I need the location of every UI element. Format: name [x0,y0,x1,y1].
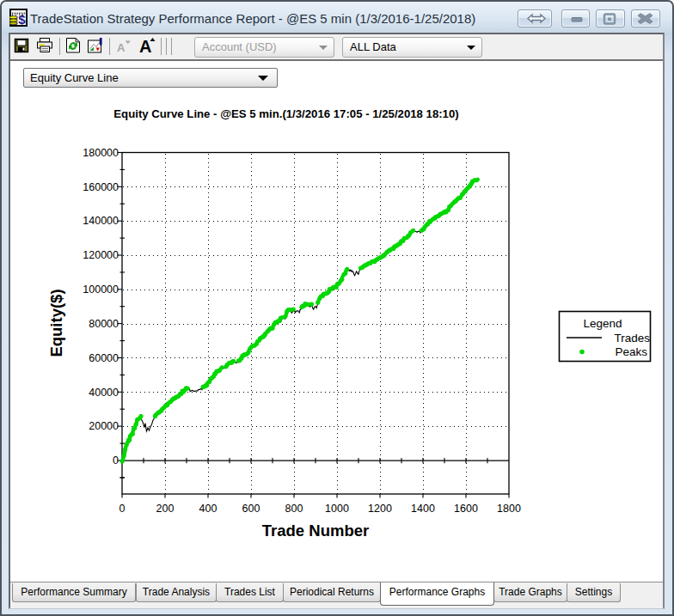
svg-text:Equity Curve Line - @ES 5 min.: Equity Curve Line - @ES 5 min.(1/3/2016 … [113,107,458,120]
svg-text:400: 400 [199,503,218,515]
svg-text:1600: 1600 [454,503,478,515]
svg-text:200: 200 [156,503,175,515]
svg-text:Trade Number: Trade Number [262,521,369,540]
svg-text:120000: 120000 [83,249,119,261]
svg-text:80000: 80000 [89,318,119,330]
svg-text:Legend: Legend [583,317,622,330]
svg-text:0: 0 [119,503,126,515]
svg-text:100000: 100000 [83,284,119,296]
svg-text:40000: 40000 [89,387,119,399]
svg-text:Peaks: Peaks [615,345,647,358]
svg-text:Trades: Trades [614,332,650,345]
svg-text:600: 600 [242,503,260,515]
svg-text:0: 0 [113,454,119,467]
svg-text:$: $ [18,12,26,27]
svg-text:1200: 1200 [368,503,392,515]
svg-text:160000: 160000 [83,181,119,193]
svg-text:A: A [117,41,126,54]
svg-text:60000: 60000 [89,352,119,364]
svg-text:1000: 1000 [325,503,349,515]
svg-text:140000: 140000 [83,215,119,227]
svg-text:1400: 1400 [411,503,435,515]
svg-text:1800: 1800 [497,503,521,515]
svg-text:180000: 180000 [83,147,119,159]
svg-text:A: A [139,37,151,56]
svg-text:800: 800 [285,503,303,515]
svg-text:Equity($): Equity($) [47,289,65,357]
svg-text:20000: 20000 [89,420,119,432]
